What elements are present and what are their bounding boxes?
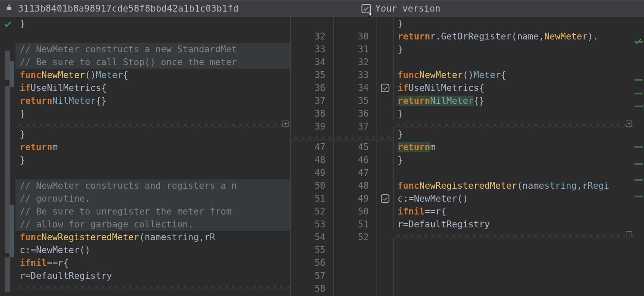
marker-cell [377,141,393,154]
marker-cell [377,218,393,231]
diff-segment[interactable] [635,146,643,148]
code-line[interactable]: func NewRegisteredMeter(name string, r R… [393,179,634,192]
code-line[interactable]: return m [393,141,634,154]
your-version-label: Your version [375,3,440,14]
fold-region[interactable]: + [393,120,634,128]
line-number: 58 [291,282,333,295]
code-line[interactable]: if UseNilMetrics { [15,82,290,94]
marker-cell [377,56,393,69]
code-line[interactable]: } [15,17,290,30]
code-line[interactable] [15,30,290,43]
apply-chunk-checkbox[interactable] [381,194,389,203]
marker-cell [377,17,393,30]
code-line[interactable]: } [393,17,634,30]
checkmark-icon [3,20,12,30]
code-line[interactable]: return NilMeter{} [393,94,634,107]
line-number: 57 [291,269,333,282]
line-number: 52 [291,205,333,218]
line-number: 52 [334,231,377,244]
marker-cell [377,69,393,82]
code-line[interactable]: return m [15,141,290,154]
line-number: 46 [334,154,377,166]
right-code-panel[interactable]: } return r.GetOrRegister(name, NewMeter)… [393,17,634,296]
line-number: 56 [291,257,333,269]
left-overview-strip[interactable] [0,17,15,296]
code-line[interactable] [393,166,634,179]
line-number: 32 [334,56,377,69]
marker-cell [377,205,393,218]
line-number: 34 [334,82,377,94]
fold-region[interactable]: + [15,120,290,128]
line-number [334,282,377,295]
line-number [291,17,333,30]
code-line[interactable]: } [393,154,634,166]
fold-region [377,133,393,141]
line-number: 51 [334,218,377,231]
line-number [334,269,377,282]
code-line[interactable]: if UseNilMetrics { [393,82,634,94]
marker-cell [377,94,393,107]
apply-chunk-checkbox[interactable] [381,84,389,92]
code-line[interactable]: } [15,154,290,166]
code-line[interactable]: // goroutine. [15,192,290,205]
line-number [334,244,377,257]
marker-cell [377,179,393,192]
line-number: 34 [291,56,333,69]
code-line[interactable]: // Be sure to unregister the meter from [15,205,290,218]
marker-cell [377,231,393,244]
diff-segment[interactable] [635,79,643,81]
code-line[interactable]: c := NewMeter() [15,244,290,257]
code-line[interactable]: r = DefaultRegistry [15,269,290,282]
diff-segment[interactable] [635,179,643,181]
code-line[interactable]: // Be sure to call Stop() once the meter [15,56,290,69]
diff-segment[interactable] [635,106,643,107]
diff-segment[interactable] [635,196,643,197]
code-line[interactable]: } [393,107,634,120]
code-line[interactable]: r = DefaultRegistry [393,218,634,231]
diff-segment[interactable] [635,163,643,165]
marker-cell [377,282,393,295]
code-line[interactable]: } [393,43,634,56]
fold-region[interactable] [334,133,377,141]
overview-block[interactable] [5,257,10,292]
diff-segment[interactable] [635,93,643,94]
lock-icon [5,3,13,14]
marker-cell [377,82,393,94]
fold-region[interactable] [15,282,290,290]
code-line[interactable]: return r.GetOrRegister(name, NewMeter). [393,30,634,43]
code-line[interactable]: func NewMeter() Meter { [393,69,634,82]
expand-fold-icon[interactable]: + [626,121,632,127]
line-number: 48 [291,154,333,166]
fold-region[interactable] [291,133,333,141]
revision-hash: 3113b8401b8a98917cde58f8bbd42a1b1c03b1fd [18,3,239,14]
code-line[interactable]: } [393,128,634,141]
code-line[interactable]: func NewMeter() Meter { [15,69,290,82]
diff-segment[interactable] [635,41,643,43]
fold-region[interactable]: + [393,231,634,239]
marker-cell [377,120,393,133]
code-line[interactable]: func NewRegisteredMeter(name string, r R [15,231,290,244]
code-line[interactable] [15,166,290,179]
code-line[interactable]: if nil == r { [15,257,290,269]
code-line[interactable]: return NilMeter{} [15,94,290,107]
line-number: 33 [291,43,333,56]
line-number: 31 [334,43,377,56]
code-line[interactable]: } [15,107,290,120]
diff-header: 3113b8401b8a98917cde58f8bbd42a1b1c03b1fd… [0,0,644,17]
code-line[interactable]: c := NewMeter() [393,192,634,205]
left-line-gutter: 3233343536373839474849505152535455565758 [290,17,333,296]
line-number: 37 [291,94,333,107]
code-line[interactable] [393,56,634,69]
code-line[interactable]: if nil == r { [393,205,634,218]
code-line[interactable]: // NewMeter constructs a new StandardMet [15,43,290,56]
left-code-panel[interactable]: }// NewMeter constructs a new StandardMe… [15,17,290,296]
code-line[interactable]: } [15,128,290,141]
code-line[interactable]: // allow for garbage collection. [15,218,290,231]
code-line[interactable]: // NewMeter constructs and registers a n [15,179,290,192]
expand-fold-icon[interactable]: + [626,231,632,237]
diff-indicator [9,205,14,257]
expand-fold-icon[interactable]: + [283,121,289,127]
right-overview-strip[interactable] [634,17,644,296]
line-number: 36 [334,107,377,120]
pointer-cursor-icon [366,9,376,23]
